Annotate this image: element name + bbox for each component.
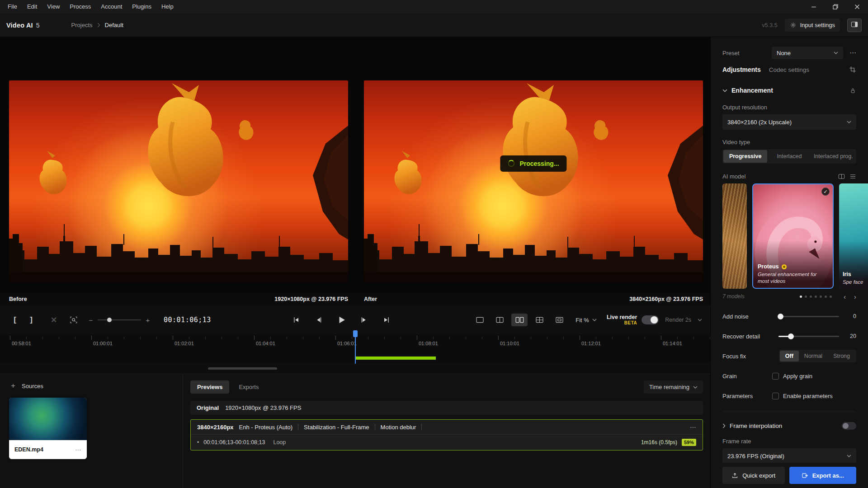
- transport-controls: [288, 311, 395, 328]
- close-button[interactable]: [846, 0, 868, 14]
- menu-help[interactable]: Help: [156, 0, 179, 14]
- model-list-view-icon[interactable]: [849, 174, 856, 179]
- model-card-iris[interactable]: Iris Spe face: [839, 183, 868, 289]
- pagination-dot[interactable]: [820, 296, 822, 298]
- source-thumbnail[interactable]: [9, 398, 87, 440]
- go-to-end-button[interactable]: [378, 311, 395, 328]
- view-split-button[interactable]: [491, 314, 508, 326]
- carousel-next-button[interactable]: ›: [854, 293, 856, 300]
- video-type-interlaced-prog[interactable]: Interlaced prog.: [811, 150, 855, 163]
- separator: [421, 424, 422, 430]
- video-type-progressive[interactable]: Progressive: [723, 150, 767, 163]
- menu-file[interactable]: File: [3, 0, 22, 14]
- menu-view[interactable]: View: [42, 0, 65, 14]
- fit-zoom-dropdown[interactable]: Fit %: [576, 317, 597, 324]
- quick-export-label: Quick export: [742, 472, 775, 479]
- crop-icon[interactable]: [849, 66, 856, 73]
- restore-button[interactable]: [825, 0, 846, 14]
- lock-icon[interactable]: [849, 87, 856, 94]
- live-render-toggle-knob[interactable]: [651, 316, 658, 324]
- view-single-button[interactable]: [472, 314, 488, 326]
- add-source-button[interactable]: +: [9, 381, 17, 390]
- zoom-slider[interactable]: [98, 319, 141, 320]
- source-card-eden[interactable]: EDEN.mp4 ⋯: [9, 398, 87, 459]
- live-render-toggle[interactable]: [642, 315, 659, 324]
- view-fullscreen-button[interactable]: [551, 314, 567, 326]
- menu-plugins[interactable]: Plugins: [127, 0, 156, 14]
- breadcrumb-default[interactable]: Default: [105, 22, 123, 28]
- zoom-in-button[interactable]: +: [145, 316, 151, 324]
- export-as-button[interactable]: Export as...: [789, 467, 857, 484]
- before-video-frame[interactable]: [9, 80, 348, 283]
- pagination-dot[interactable]: [815, 296, 817, 298]
- time-remaining-dropdown[interactable]: Time remaining: [644, 380, 703, 394]
- pagination-dot[interactable]: [805, 296, 807, 298]
- zoom-slider-knob[interactable]: [107, 318, 112, 322]
- model-card-proteus[interactable]: ✓ Proteus General enhancement for most v…: [752, 183, 834, 289]
- add-noise-slider[interactable]: [778, 316, 839, 317]
- clear-trim-button[interactable]: ✕: [47, 313, 61, 327]
- enable-parameters-checkbox[interactable]: [772, 393, 779, 399]
- preview-item-loop-button[interactable]: Loop: [273, 439, 286, 446]
- tab-exports[interactable]: Exports: [232, 380, 265, 394]
- enhancement-collapse-chevron-icon[interactable]: [722, 89, 727, 92]
- preview-item-kebab-menu[interactable]: ⋯: [690, 423, 696, 431]
- recover-detail-slider[interactable]: [778, 336, 839, 337]
- pagination-dot[interactable]: [830, 296, 832, 298]
- quick-export-button[interactable]: Quick export: [722, 467, 785, 484]
- focus-fix-off[interactable]: Off: [780, 351, 799, 361]
- view-comparison-button[interactable]: [531, 314, 547, 326]
- recover-detail-slider-knob[interactable]: [788, 333, 794, 339]
- pagination-dot[interactable]: [810, 296, 812, 298]
- menu-account[interactable]: Account: [96, 0, 127, 14]
- input-settings-button[interactable]: Input settings: [785, 19, 840, 32]
- output-resolution-dropdown[interactable]: 3840×2160 (2x Upscale): [722, 114, 856, 130]
- chevron-down-icon: [847, 121, 851, 123]
- tab-adjustments[interactable]: Adjustments: [722, 66, 761, 73]
- playhead[interactable]: [355, 330, 356, 364]
- tab-codec-settings[interactable]: Codec settings: [769, 66, 809, 73]
- video-type-interlaced[interactable]: Interlaced: [767, 150, 811, 163]
- go-to-start-button[interactable]: [288, 311, 305, 328]
- frame-interpolation-toggle-knob[interactable]: [843, 423, 849, 429]
- settings-sidebar: Preset None ⋯ Adjustments Codec settings…: [710, 37, 868, 488]
- play-button[interactable]: [333, 311, 350, 328]
- menu-edit[interactable]: Edit: [22, 0, 42, 14]
- preset-dropdown[interactable]: None: [772, 47, 843, 59]
- frame-interpolation-toggle[interactable]: [842, 422, 856, 430]
- trim-in-button[interactable]: [: [8, 313, 22, 327]
- panel-toggle-button[interactable]: [847, 19, 862, 32]
- model-compare-view-icon[interactable]: [838, 174, 845, 179]
- playhead-handle[interactable]: [353, 330, 358, 337]
- frame-interpolation-expand-chevron-icon[interactable]: [722, 423, 726, 428]
- preview-render-item[interactable]: 3840×2160px Enh - Proteus (Auto) Stabili…: [190, 419, 703, 450]
- timeline[interactable]: 00:58:01 01:00:01 01:02:01 01:04:01 01:0…: [0, 334, 710, 364]
- enhancement-section-title[interactable]: Enhancement: [731, 87, 773, 94]
- preset-kebab-menu[interactable]: ⋯: [849, 49, 856, 57]
- apply-grain-checkbox[interactable]: [772, 373, 779, 380]
- pagination-dot[interactable]: [825, 296, 827, 298]
- tab-previews[interactable]: Previews: [190, 380, 229, 394]
- add-noise-slider-knob[interactable]: [778, 314, 783, 319]
- model-card-previous[interactable]: [722, 183, 747, 289]
- export-footer: Quick export Export as...: [711, 463, 868, 488]
- zoom-selection-icon[interactable]: [67, 313, 80, 327]
- after-video-frame[interactable]: Processing...: [364, 80, 703, 283]
- trim-out-button[interactable]: ]: [24, 313, 38, 327]
- pagination-dot[interactable]: [800, 296, 802, 298]
- frame-interpolation-title[interactable]: Frame interpolation: [730, 422, 782, 429]
- view-side-by-side-button[interactable]: [511, 314, 528, 326]
- focus-fix-normal[interactable]: Normal: [799, 351, 828, 361]
- carousel-prev-button[interactable]: ‹: [844, 293, 846, 300]
- previous-frame-button[interactable]: [310, 311, 327, 328]
- menu-process[interactable]: Process: [65, 0, 96, 14]
- minimize-button[interactable]: [803, 0, 825, 14]
- timeline-scrollbar-thumb[interactable]: [208, 367, 277, 370]
- focus-fix-strong[interactable]: Strong: [828, 351, 855, 361]
- frame-rate-dropdown[interactable]: 23.976 FPS (Original): [722, 448, 856, 464]
- next-frame-button[interactable]: [355, 311, 373, 328]
- zoom-out-button[interactable]: −: [88, 316, 94, 324]
- breadcrumb-projects[interactable]: Projects: [71, 22, 93, 28]
- render-options-chevron-icon[interactable]: [698, 319, 702, 321]
- source-kebab-menu[interactable]: ⋯: [75, 446, 81, 453]
